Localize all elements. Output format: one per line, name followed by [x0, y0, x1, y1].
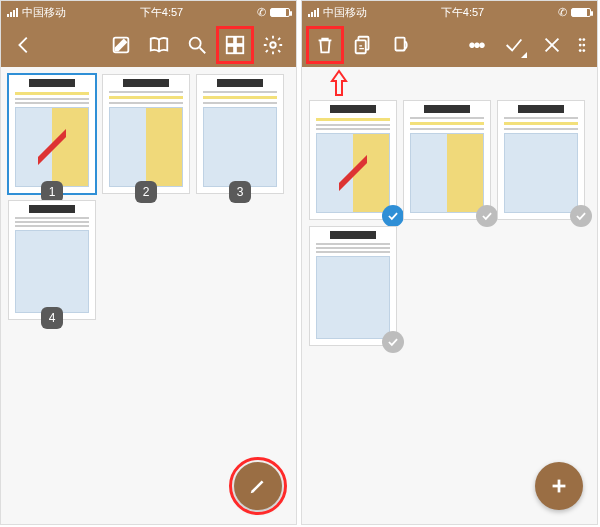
- page-grid: 1 2 3 4: [1, 67, 296, 524]
- settings-button[interactable]: [256, 28, 290, 62]
- toolbar-browse: [1, 23, 296, 67]
- svg-line-3: [200, 48, 206, 54]
- select-toggle[interactable]: [476, 205, 498, 227]
- more-button[interactable]: •••: [459, 28, 493, 62]
- move-page-button[interactable]: [384, 28, 418, 62]
- svg-rect-11: [396, 38, 405, 51]
- page-number-badge: 1: [41, 181, 63, 203]
- overflow-button[interactable]: [573, 28, 591, 62]
- edit-fab[interactable]: [234, 462, 282, 510]
- svg-rect-5: [236, 37, 243, 44]
- svg-rect-10: [356, 40, 366, 53]
- read-button[interactable]: [142, 28, 176, 62]
- page-thumb[interactable]: [310, 101, 396, 219]
- screen-select: 中国移动 下午4:57 ✆ •••: [301, 0, 598, 525]
- confirm-button[interactable]: [497, 28, 531, 62]
- back-button[interactable]: [7, 28, 41, 62]
- delete-button[interactable]: [308, 28, 342, 62]
- clock-label: 下午4:57: [140, 5, 183, 20]
- battery-icon: [571, 8, 591, 17]
- call-icon: ✆: [558, 6, 567, 19]
- status-bar: 中国移动 下午4:57 ✆: [1, 1, 296, 23]
- svg-rect-7: [236, 46, 243, 53]
- page-number-badge: 4: [41, 307, 63, 329]
- page-thumb[interactable]: [498, 101, 584, 219]
- select-all-indicator-icon: [521, 52, 527, 58]
- add-fab[interactable]: [535, 462, 583, 510]
- page-thumb[interactable]: 1: [9, 75, 95, 193]
- call-icon: ✆: [257, 6, 266, 19]
- svg-rect-6: [227, 46, 234, 53]
- svg-point-14: [579, 38, 582, 41]
- page-thumb[interactable]: 3: [197, 75, 283, 193]
- copy-page-button[interactable]: [346, 28, 380, 62]
- page-grid: [302, 67, 597, 524]
- select-toggle[interactable]: [570, 205, 592, 227]
- page-thumb[interactable]: 4: [9, 201, 95, 319]
- svg-point-16: [579, 44, 582, 47]
- carrier-label: 中国移动: [323, 5, 367, 20]
- svg-point-18: [579, 49, 582, 52]
- select-toggle[interactable]: [382, 205, 404, 227]
- signal-icon: [308, 7, 319, 17]
- page-thumb[interactable]: [404, 101, 490, 219]
- carrier-label: 中国移动: [22, 5, 66, 20]
- select-toggle[interactable]: [382, 331, 404, 353]
- svg-rect-4: [227, 37, 234, 44]
- page-thumb[interactable]: [310, 227, 396, 345]
- status-bar: 中国移动 下午4:57 ✆: [302, 1, 597, 23]
- page-thumb[interactable]: 2: [103, 75, 189, 193]
- svg-point-2: [190, 38, 201, 49]
- close-button[interactable]: [535, 28, 569, 62]
- toolbar-select: •••: [302, 23, 597, 67]
- grid-view-button[interactable]: [218, 28, 252, 62]
- svg-point-19: [582, 49, 585, 52]
- page-number-badge: 2: [135, 181, 157, 203]
- signal-icon: [7, 7, 18, 17]
- svg-point-17: [582, 44, 585, 47]
- clock-label: 下午4:57: [441, 5, 484, 20]
- search-button[interactable]: [180, 28, 214, 62]
- page-number-badge: 3: [229, 181, 251, 203]
- battery-icon: [270, 8, 290, 17]
- svg-point-8: [270, 42, 276, 48]
- compose-button[interactable]: [104, 28, 138, 62]
- screen-browse: 中国移动 下午4:57 ✆: [0, 0, 297, 525]
- svg-point-15: [582, 38, 585, 41]
